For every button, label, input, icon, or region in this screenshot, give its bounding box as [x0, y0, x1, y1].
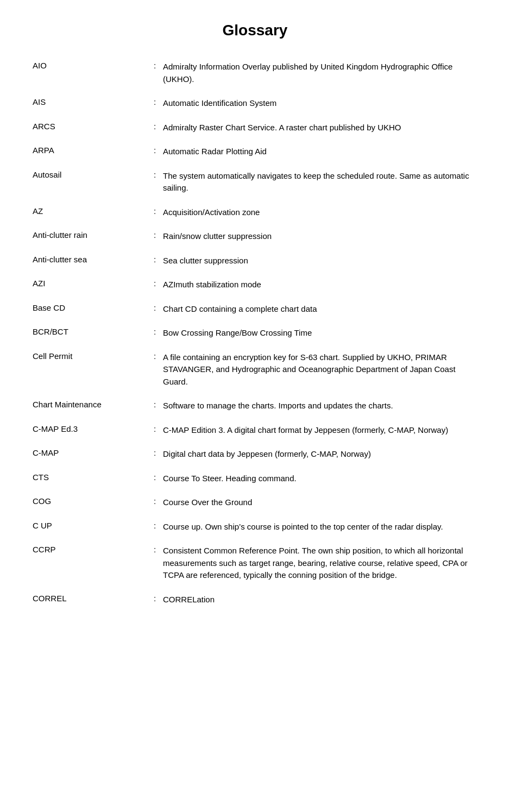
glossary-definition: Bow Crossing Range/Bow Crossing Time — [163, 327, 477, 339]
glossary-definition: Software to manage the charts. Imports a… — [163, 400, 477, 412]
glossary-row: CTS:Course To Steer. Heading command. — [33, 473, 477, 485]
glossary-row: AIS:Automatic Identification System — [33, 97, 477, 110]
glossary-row: C-MAP Ed.3:C-MAP Edition 3. A digital ch… — [33, 424, 477, 437]
glossary-term: CTS — [33, 473, 147, 482]
glossary-definition: Consistent Common Reference Point. The o… — [163, 545, 477, 582]
glossary-colon: : — [147, 255, 163, 264]
glossary-colon: : — [147, 351, 163, 361]
glossary-colon: : — [147, 230, 163, 240]
glossary-definition: AZImuth stabilization mode — [163, 279, 477, 291]
glossary-term: ARPA — [33, 146, 147, 155]
glossary-list: AIO:Admiralty Information Overlay publis… — [33, 61, 477, 606]
glossary-term: AIO — [33, 61, 147, 70]
glossary-colon: : — [147, 594, 163, 603]
glossary-colon: : — [147, 473, 163, 482]
glossary-row: BCR/BCT:Bow Crossing Range/Bow Crossing … — [33, 327, 477, 339]
glossary-definition: Admiralty Information Overlay published … — [163, 61, 477, 85]
glossary-row: Cell Permit:A file containing an encrypt… — [33, 351, 477, 388]
glossary-term: Cell Permit — [33, 351, 147, 361]
glossary-colon: : — [147, 496, 163, 506]
glossary-row: Chart Maintenance:Software to manage the… — [33, 400, 477, 412]
glossary-term: AIS — [33, 97, 147, 106]
glossary-term: CORREL — [33, 594, 147, 603]
glossary-colon: : — [147, 206, 163, 216]
glossary-row: CCRP:Consistent Common Reference Point. … — [33, 545, 477, 582]
glossary-colon: : — [147, 521, 163, 530]
glossary-colon: : — [147, 122, 163, 131]
glossary-definition: A file containing an encryption key for … — [163, 351, 477, 388]
glossary-colon: : — [147, 303, 163, 312]
glossary-definition: CORRELation — [163, 594, 477, 606]
glossary-term: AZ — [33, 206, 147, 216]
glossary-term: Anti-clutter sea — [33, 255, 147, 264]
page-title: Glossary — [33, 22, 477, 39]
glossary-row: CORREL:CORRELation — [33, 594, 477, 606]
glossary-definition: The system automatically navigates to ke… — [163, 170, 477, 194]
glossary-colon: : — [147, 448, 163, 457]
glossary-term: AZI — [33, 279, 147, 288]
glossary-definition: Sea clutter suppression — [163, 255, 477, 267]
glossary-definition: Acquisition/Activation zone — [163, 206, 477, 219]
glossary-row: Base CD:Chart CD containing a complete c… — [33, 303, 477, 316]
glossary-colon: : — [147, 61, 163, 70]
glossary-row: Anti-clutter sea:Sea clutter suppression — [33, 255, 477, 267]
glossary-term: Base CD — [33, 303, 147, 312]
glossary-colon: : — [147, 97, 163, 106]
glossary-term: Anti-clutter rain — [33, 230, 147, 240]
glossary-definition: C-MAP Edition 3. A digital chart format … — [163, 424, 477, 437]
glossary-colon: : — [147, 170, 163, 179]
glossary-term: Autosail — [33, 170, 147, 179]
glossary-term: C UP — [33, 521, 147, 530]
glossary-definition: Digital chart data by Jeppesen (formerly… — [163, 448, 477, 461]
glossary-colon: : — [147, 327, 163, 336]
glossary-definition: Rain/snow clutter suppression — [163, 230, 477, 243]
glossary-colon: : — [147, 424, 163, 433]
glossary-definition: Automatic Radar Plotting Aid — [163, 146, 477, 158]
glossary-definition: Chart CD containing a complete chart dat… — [163, 303, 477, 316]
glossary-row: C UP:Course up. Own ship’s course is poi… — [33, 521, 477, 533]
glossary-term: COG — [33, 496, 147, 506]
glossary-definition: Admiralty Raster Chart Service. A raster… — [163, 122, 477, 134]
glossary-term: CCRP — [33, 545, 147, 554]
glossary-term: BCR/BCT — [33, 327, 147, 336]
glossary-definition: Automatic Identification System — [163, 97, 477, 110]
glossary-colon: : — [147, 146, 163, 155]
glossary-colon: : — [147, 545, 163, 554]
glossary-row: COG:Course Over the Ground — [33, 496, 477, 509]
glossary-row: Anti-clutter rain:Rain/snow clutter supp… — [33, 230, 477, 243]
glossary-row: ARPA:Automatic Radar Plotting Aid — [33, 146, 477, 158]
glossary-colon: : — [147, 400, 163, 409]
glossary-term: ARCS — [33, 122, 147, 131]
glossary-term: Chart Maintenance — [33, 400, 147, 409]
glossary-row: AIO:Admiralty Information Overlay publis… — [33, 61, 477, 85]
glossary-row: ARCS:Admiralty Raster Chart Service. A r… — [33, 122, 477, 134]
glossary-row: Autosail:The system automatically naviga… — [33, 170, 477, 194]
glossary-term: C-MAP Ed.3 — [33, 424, 147, 433]
glossary-definition: Course Over the Ground — [163, 496, 477, 509]
glossary-definition: Course To Steer. Heading command. — [163, 473, 477, 485]
glossary-colon: : — [147, 279, 163, 288]
glossary-term: C-MAP — [33, 448, 147, 457]
glossary-row: AZI:AZImuth stabilization mode — [33, 279, 477, 291]
glossary-row: AZ:Acquisition/Activation zone — [33, 206, 477, 219]
glossary-row: C-MAP:Digital chart data by Jeppesen (fo… — [33, 448, 477, 461]
glossary-definition: Course up. Own ship’s course is pointed … — [163, 521, 477, 533]
